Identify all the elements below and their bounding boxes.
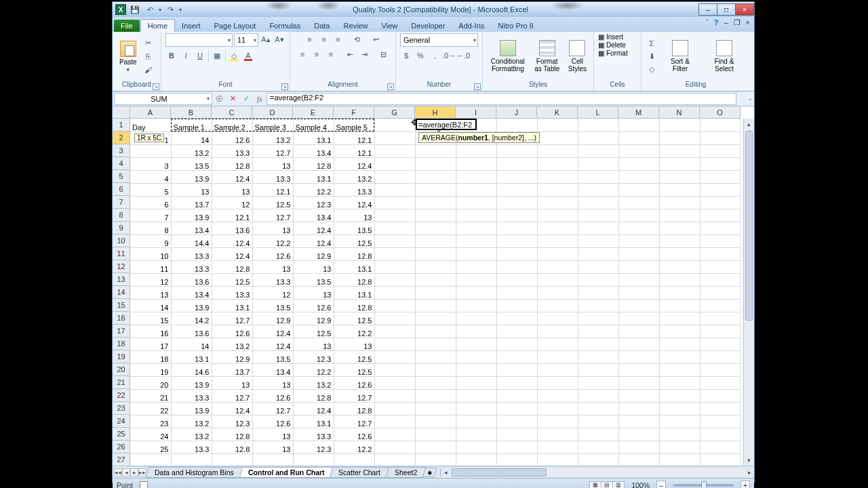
cell[interactable]: 13.2: [212, 338, 252, 350]
cell[interactable]: 13: [171, 183, 212, 196]
cell[interactable]: [700, 119, 741, 131]
cell[interactable]: [578, 441, 618, 453]
cell[interactable]: [618, 131, 659, 144]
font-size-dropdown[interactable]: 11: [234, 33, 258, 47]
decrease-indent-icon[interactable]: ⇤: [344, 48, 356, 60]
cell[interactable]: [415, 363, 456, 376]
cell[interactable]: 14: [171, 338, 212, 350]
sheet-tab[interactable]: Sheet2: [386, 467, 427, 478]
cell[interactable]: [456, 325, 496, 338]
cell[interactable]: [496, 222, 537, 235]
align-left-icon[interactable]: ≡: [296, 48, 309, 60]
cell[interactable]: [618, 222, 659, 235]
cell[interactable]: 12.4: [334, 157, 374, 170]
cell[interactable]: [456, 376, 496, 389]
cell[interactable]: [700, 157, 741, 170]
cell[interactable]: [496, 350, 537, 363]
cell[interactable]: 12.6: [334, 428, 374, 441]
cell[interactable]: [578, 131, 618, 144]
cell[interactable]: [537, 260, 578, 273]
cell[interactable]: [700, 325, 741, 338]
cell[interactable]: [578, 235, 618, 247]
tab-addins[interactable]: Add-Ins: [452, 20, 491, 32]
hscroll-right-icon[interactable]: ▸: [745, 469, 754, 476]
cell[interactable]: 19: [130, 363, 171, 376]
cell[interactable]: [659, 196, 700, 209]
cell[interactable]: 13.3: [171, 441, 212, 453]
fill-color-icon[interactable]: ◇: [228, 49, 240, 62]
cell[interactable]: 12.5: [334, 312, 374, 325]
cell[interactable]: [415, 222, 456, 235]
cell[interactable]: [456, 350, 496, 363]
cell[interactable]: [659, 453, 700, 466]
cell[interactable]: [374, 273, 415, 286]
cell[interactable]: 13.3: [252, 170, 293, 183]
cell[interactable]: 12.8: [334, 273, 374, 286]
cell[interactable]: [537, 209, 578, 222]
col-header[interactable]: I: [456, 106, 496, 119]
cell[interactable]: Sample 5: [334, 119, 374, 131]
row-header[interactable]: 26: [113, 441, 130, 453]
row-header[interactable]: 12: [113, 260, 130, 273]
cell[interactable]: 13: [252, 428, 293, 441]
cell[interactable]: 13: [252, 157, 293, 170]
cell[interactable]: [659, 273, 700, 286]
cell[interactable]: 12.9: [212, 350, 252, 363]
cell[interactable]: 13.5: [252, 350, 293, 363]
cell[interactable]: [578, 144, 618, 157]
row-header[interactable]: 22: [113, 389, 130, 402]
cell[interactable]: 13.9: [171, 299, 212, 312]
cell[interactable]: [496, 260, 537, 273]
cell[interactable]: 12.3: [293, 350, 334, 363]
row-header[interactable]: 23: [113, 402, 130, 415]
fill-icon[interactable]: ⬇: [646, 50, 658, 62]
cells-area[interactable]: DaySample 1Sample 2Sample 3Sample 4Sampl…: [130, 119, 741, 467]
spreadsheet-grid[interactable]: ABCDEFGHIJKLMNO 123456789101112131415161…: [113, 106, 754, 466]
cell[interactable]: [659, 247, 700, 260]
cell[interactable]: [374, 131, 415, 144]
cell[interactable]: [415, 196, 456, 209]
cell[interactable]: [456, 312, 496, 325]
cell[interactable]: 20: [130, 376, 171, 389]
cell[interactable]: [700, 131, 741, 144]
cell[interactable]: 12.4: [212, 247, 252, 260]
cell[interactable]: [700, 415, 741, 428]
cell[interactable]: 13.1: [293, 131, 334, 144]
cell[interactable]: [578, 402, 618, 415]
cell[interactable]: [415, 144, 456, 157]
cell[interactable]: [578, 260, 618, 273]
cell[interactable]: [496, 170, 537, 183]
cell[interactable]: [537, 299, 578, 312]
cell[interactable]: 12.6: [252, 415, 293, 428]
cell[interactable]: [415, 325, 456, 338]
cell[interactable]: [456, 273, 496, 286]
col-header[interactable]: K: [537, 106, 578, 119]
cell[interactable]: 12.5: [334, 363, 374, 376]
cell[interactable]: [537, 183, 578, 196]
close-button[interactable]: ×: [735, 3, 754, 16]
cell[interactable]: [496, 119, 537, 131]
cell[interactable]: 13.3: [212, 144, 252, 157]
cell[interactable]: 12: [252, 286, 293, 299]
cell[interactable]: [374, 350, 415, 363]
cell[interactable]: [659, 428, 700, 441]
tab-developer[interactable]: Developer: [404, 20, 452, 32]
cell[interactable]: [496, 299, 537, 312]
cell[interactable]: 12.8: [293, 389, 334, 402]
tab-insert[interactable]: Insert: [175, 20, 208, 32]
cell[interactable]: [415, 286, 456, 299]
cell[interactable]: [618, 415, 659, 428]
zoom-out-button[interactable]: –: [656, 481, 666, 489]
format-painter-icon[interactable]: 🖌: [142, 64, 155, 76]
cell[interactable]: [415, 312, 456, 325]
cell[interactable]: 13: [334, 209, 374, 222]
cell[interactable]: [374, 312, 415, 325]
cell[interactable]: Sample 4: [293, 119, 334, 131]
zoom-level[interactable]: 100%: [631, 481, 650, 489]
cell[interactable]: 9: [130, 235, 171, 247]
cell[interactable]: [618, 235, 659, 247]
cell[interactable]: [618, 247, 659, 260]
cell[interactable]: 13.1: [293, 415, 334, 428]
cell[interactable]: 17: [130, 338, 171, 350]
workbook-close-icon[interactable]: ×: [746, 18, 750, 27]
